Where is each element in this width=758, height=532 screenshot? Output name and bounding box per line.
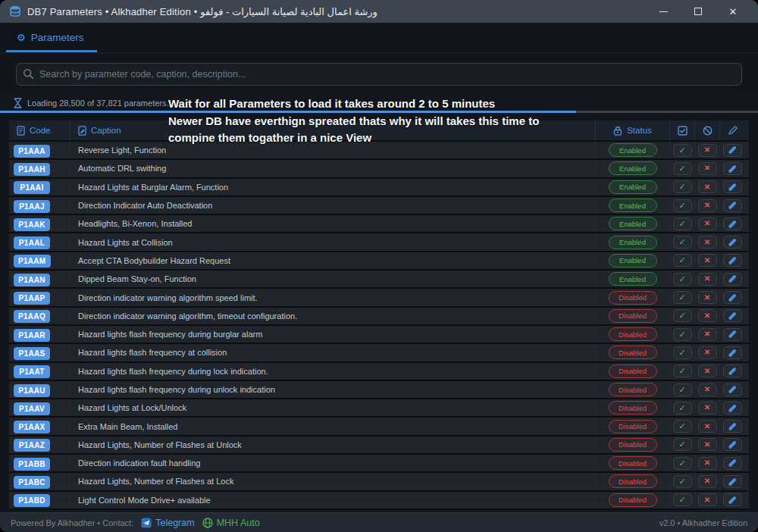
disable-button[interactable]: ✕	[698, 438, 717, 451]
param-code-badge[interactable]: P1AAQ	[14, 310, 50, 323]
enable-button[interactable]: ✓	[673, 291, 692, 304]
disable-button[interactable]: ✕	[698, 162, 717, 175]
disable-button[interactable]: ✕	[698, 180, 717, 193]
edit-button[interactable]	[723, 328, 742, 341]
edit-button[interactable]	[723, 438, 742, 451]
disable-button[interactable]: ✕	[698, 199, 717, 212]
header-enable-all[interactable]	[669, 120, 694, 140]
param-code-badge[interactable]: P1AAK	[14, 218, 50, 231]
enable-button[interactable]: ✓	[673, 236, 692, 249]
param-code-badge[interactable]: P1AAU	[14, 384, 50, 397]
enable-button[interactable]: ✓	[673, 273, 692, 286]
disable-button[interactable]: ✕	[698, 254, 717, 267]
param-code-badge[interactable]: P1AAN	[14, 274, 50, 286]
header-caption[interactable]: Caption	[70, 120, 595, 140]
param-code-badge[interactable]: P1AAV	[14, 402, 50, 415]
edit-button[interactable]	[723, 291, 742, 304]
param-code-badge[interactable]: P1ABC	[14, 476, 50, 489]
param-code-badge[interactable]: P1AAX	[14, 421, 50, 433]
enable-button[interactable]: ✓	[673, 365, 692, 377]
param-code-badge[interactable]: P1ABB	[14, 458, 50, 471]
disable-button[interactable]: ✕	[698, 309, 717, 322]
disable-button[interactable]: ✕	[698, 493, 717, 506]
header-caption-label: Caption	[91, 126, 121, 135]
enable-button[interactable]: ✓	[673, 346, 692, 359]
enable-button[interactable]: ✓	[673, 217, 692, 230]
param-code-badge[interactable]: P1AAL	[14, 236, 50, 249]
edit-button[interactable]	[723, 475, 742, 488]
enable-button[interactable]: ✓	[673, 144, 692, 157]
table-row: P1AAV Hazard Lights at Lock/Unlock Disab…	[9, 399, 749, 418]
param-code-badge[interactable]: P1AAJ	[14, 200, 50, 213]
param-code-badge[interactable]: P1AAT	[14, 365, 50, 378]
enable-button[interactable]: ✓	[673, 199, 692, 212]
edit-button[interactable]	[723, 144, 742, 157]
enable-button[interactable]: ✓	[673, 328, 692, 341]
enable-button[interactable]: ✓	[673, 457, 692, 470]
telegram-icon	[141, 518, 152, 528]
enable-button[interactable]: ✓	[673, 475, 692, 488]
header-disable-all[interactable]	[694, 120, 719, 140]
enable-button[interactable]: ✓	[673, 383, 692, 396]
disable-button[interactable]: ✕	[698, 457, 717, 470]
disable-button[interactable]: ✕	[698, 475, 717, 488]
disable-button[interactable]: ✕	[698, 383, 717, 396]
disable-button[interactable]: ✕	[698, 273, 717, 286]
status-badge: Disabled	[609, 493, 657, 507]
edit-button[interactable]	[723, 162, 742, 175]
edit-button[interactable]	[723, 273, 742, 286]
edit-button[interactable]	[723, 254, 742, 267]
edit-button[interactable]	[723, 420, 742, 433]
edit-button[interactable]	[723, 180, 742, 193]
edit-button[interactable]	[723, 402, 742, 415]
param-code-badge[interactable]: P1AAS	[14, 347, 50, 360]
disable-button[interactable]: ✕	[698, 346, 717, 359]
edit-button[interactable]	[723, 493, 742, 506]
enable-button[interactable]: ✓	[673, 493, 692, 506]
enable-button[interactable]: ✓	[673, 438, 692, 451]
edit-button[interactable]	[723, 217, 742, 230]
disable-button[interactable]: ✕	[698, 402, 717, 415]
edit-button[interactable]	[723, 365, 742, 377]
param-code-badge[interactable]: P1ABD	[14, 494, 50, 507]
pencil-icon	[728, 220, 737, 228]
header-code[interactable]: Code	[9, 120, 70, 140]
enable-button[interactable]: ✓	[673, 402, 692, 415]
disable-button[interactable]: ✕	[698, 365, 717, 377]
search-input[interactable]	[16, 63, 742, 86]
disable-button[interactable]: ✕	[698, 144, 717, 157]
disable-button[interactable]: ✕	[698, 291, 717, 304]
enable-button[interactable]: ✓	[673, 309, 692, 322]
enable-button[interactable]: ✓	[673, 180, 692, 193]
param-code-badge[interactable]: P1AAP	[14, 292, 50, 305]
minimize-button[interactable]	[646, 0, 681, 23]
edit-button[interactable]	[723, 236, 742, 249]
edit-button[interactable]	[723, 457, 742, 470]
edit-button[interactable]	[723, 309, 742, 322]
param-code-badge[interactable]: P1AAI	[14, 181, 50, 194]
edit-button[interactable]	[723, 383, 742, 396]
tab-parameters[interactable]: ⚙ Parameters	[6, 32, 97, 52]
check-icon: ✓	[678, 293, 685, 302]
header-status[interactable]: Status	[595, 120, 669, 140]
param-code-badge[interactable]: P1AAZ	[14, 439, 50, 452]
disable-button[interactable]: ✕	[698, 217, 717, 230]
param-code-badge[interactable]: P1AAR	[14, 329, 50, 342]
mhh-auto-link[interactable]: MHH Auto	[202, 518, 260, 528]
enable-button[interactable]: ✓	[673, 162, 692, 175]
enable-button[interactable]: ✓	[673, 420, 692, 433]
telegram-link[interactable]: Telegram	[141, 518, 194, 528]
disable-button[interactable]: ✕	[698, 236, 717, 249]
param-code-badge[interactable]: P1AAM	[14, 255, 51, 268]
edit-button[interactable]	[723, 346, 742, 359]
enable-button[interactable]: ✓	[673, 254, 692, 267]
header-edit-all[interactable]	[719, 120, 744, 140]
close-button[interactable]: ✕	[716, 0, 750, 23]
maximize-button[interactable]	[681, 0, 716, 23]
disable-button[interactable]: ✕	[698, 328, 717, 341]
disable-button[interactable]: ✕	[698, 420, 717, 433]
status-badge: Enabled	[609, 272, 657, 286]
param-code-badge[interactable]: P1AAH	[14, 163, 50, 176]
edit-button[interactable]	[723, 199, 742, 212]
param-code-badge[interactable]: P1AAA	[14, 145, 50, 158]
